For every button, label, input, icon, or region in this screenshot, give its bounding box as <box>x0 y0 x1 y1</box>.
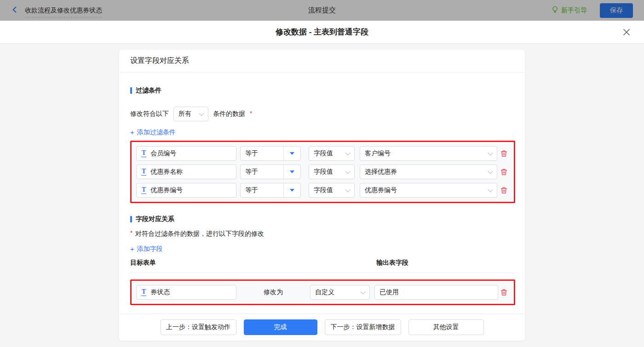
delete-row-trash-icon[interactable] <box>500 150 508 158</box>
text-field-icon: T <box>141 150 146 157</box>
value-field-select[interactable]: 客户编号 <box>360 146 497 161</box>
value-field-select[interactable]: 优惠券编号 <box>360 183 497 198</box>
chevron-down-icon <box>488 187 493 192</box>
screen: 流程提交 收款流程及修改优惠券状态 新手引导 保存 修改数据 - 主表到普通字段 <box>0 0 644 347</box>
mapping-field-input[interactable]: T 券状态 <box>136 285 236 300</box>
filter-field-label: 优惠券编号 <box>150 186 183 194</box>
plus-icon: + <box>130 129 134 136</box>
mapping-section-title: 字段对应关系 <box>130 215 515 223</box>
modal-header: 修改数据 - 主表到普通字段 <box>0 21 644 44</box>
caret-down-icon <box>284 152 300 155</box>
filter-field-input[interactable]: T 会员编号 <box>136 146 236 161</box>
next-step-button[interactable]: 下一步：设置新增数据 <box>325 319 401 335</box>
add-filter-condition-link[interactable]: + 添加过滤条件 <box>130 127 176 137</box>
modal-title: 修改数据 - 主表到普通字段 <box>276 27 368 37</box>
chevron-down-icon <box>345 169 350 174</box>
topbar: 流程提交 收款流程及修改优惠券状态 新手引导 保存 <box>0 0 644 21</box>
output-field-column-header: 输出表字段 <box>376 259 408 267</box>
mapping-description-text: 对符合过滤条件的数据，进行以下字段的修改 <box>135 230 264 238</box>
filter-section-title: 过滤条件 <box>130 86 515 95</box>
mapping-field-label: 券状态 <box>150 288 170 296</box>
value-type-select[interactable]: 字段值 <box>309 183 355 198</box>
plus-icon: + <box>130 245 134 252</box>
mapping-row: T 券状态 修改为 自定义 已使用 <box>136 285 509 300</box>
edit-data-modal: 修改数据 - 主表到普通字段 设置字段对应关系 过滤条件 修改符合以下 <box>0 21 644 347</box>
filter-rows-annotation-box: T 会员编号 等于 字段值 <box>130 141 515 203</box>
topbar-right: 新手引导 保存 <box>552 3 633 18</box>
beginner-guide-label: 新手引导 <box>561 6 587 15</box>
section-bar <box>130 216 132 222</box>
operator-dropdown[interactable]: 等于 <box>240 165 301 179</box>
modify-to-label: 修改为 <box>236 288 310 296</box>
filter-field-label: 会员编号 <box>150 149 176 158</box>
operator-dropdown[interactable]: 等于 <box>240 146 301 161</box>
done-button[interactable]: 完成 <box>244 319 317 335</box>
value-type-select[interactable]: 字段值 <box>309 165 355 179</box>
required-mark: * <box>130 229 132 236</box>
mapping-table-header: 目标表单 输出表字段 <box>130 259 515 273</box>
modal-body: 设置字段对应关系 过滤条件 修改符合以下 所有 条件的数据 <box>0 44 644 347</box>
target-form-column-header: 目标表单 <box>130 259 376 267</box>
delete-row-trash-icon[interactable] <box>500 187 508 194</box>
add-field-link[interactable]: + 添加字段 <box>130 244 163 253</box>
chevron-down-icon <box>488 150 493 155</box>
text-field-icon: T <box>141 168 146 176</box>
value-mode-select[interactable]: 自定义 <box>310 285 370 300</box>
prev-step-button[interactable]: 上一步：设置触发动作 <box>161 319 236 335</box>
filter-row: T 优惠券编号 等于 字段值 <box>136 183 509 198</box>
match-prefix-label: 修改符合以下 <box>130 110 169 118</box>
chevron-down-icon <box>360 289 365 294</box>
filter-field-label: 优惠券名称 <box>150 168 183 176</box>
chevron-down-icon <box>345 150 350 155</box>
card-content: 过滤条件 修改符合以下 所有 条件的数据 * + 添加过滤条件 <box>119 73 525 313</box>
filter-row: T 会员编号 等于 字段值 <box>136 146 509 161</box>
save-button[interactable]: 保存 <box>600 3 633 18</box>
text-field-icon: T <box>141 289 146 296</box>
delete-row-trash-icon[interactable] <box>500 168 508 176</box>
match-suffix-label: 条件的数据 <box>213 110 245 118</box>
mapping-row-annotation-box: T 券状态 修改为 自定义 已使用 <box>130 279 515 305</box>
flow-title[interactable]: 收款流程及修改优惠券状态 <box>25 6 102 17</box>
filter-field-input[interactable]: T 优惠券编号 <box>136 183 236 198</box>
match-type-select[interactable]: 所有 <box>173 107 208 121</box>
add-field-label: 添加字段 <box>137 244 163 253</box>
delete-row-trash-icon[interactable] <box>500 289 508 296</box>
mapping-section-label: 字段对应关系 <box>136 215 174 223</box>
match-condition-row: 修改符合以下 所有 条件的数据 * <box>130 107 515 121</box>
chevron-down-icon <box>199 111 204 116</box>
filter-row: T 优惠券名称 等于 字段值 <box>136 165 509 179</box>
chevron-down-icon <box>488 169 493 174</box>
text-field-icon: T <box>141 187 146 194</box>
card-footer: 上一步：设置触发动作 完成 下一步：设置新增数据 其他设置 <box>119 313 525 341</box>
close-icon[interactable] <box>623 28 630 36</box>
filter-section-label: 过滤条件 <box>136 86 161 95</box>
section-bar <box>130 87 132 94</box>
caret-down-icon <box>284 171 300 173</box>
card-header: 设置字段对应关系 <box>119 50 525 73</box>
mapping-description: * 对符合过滤条件的数据，进行以下字段的修改 <box>130 230 515 238</box>
caret-down-icon <box>284 189 300 192</box>
value-type-select[interactable]: 字段值 <box>309 146 355 161</box>
add-filter-condition-label: 添加过滤条件 <box>137 127 176 137</box>
other-settings-button[interactable]: 其他设置 <box>408 319 484 335</box>
field-mapping-card: 设置字段对应关系 过滤条件 修改符合以下 所有 条件的数据 <box>119 50 525 341</box>
custom-value-input[interactable]: 已使用 <box>374 285 498 300</box>
filter-field-input[interactable]: T 优惠券名称 <box>136 165 236 179</box>
lightbulb-icon <box>552 6 558 15</box>
value-field-select[interactable]: 选择优惠券 <box>360 165 497 179</box>
chevron-down-icon <box>345 187 350 192</box>
beginner-guide-button[interactable]: 新手引导 <box>552 6 587 15</box>
operator-dropdown[interactable]: 等于 <box>240 183 301 198</box>
required-mark: * <box>250 110 252 117</box>
